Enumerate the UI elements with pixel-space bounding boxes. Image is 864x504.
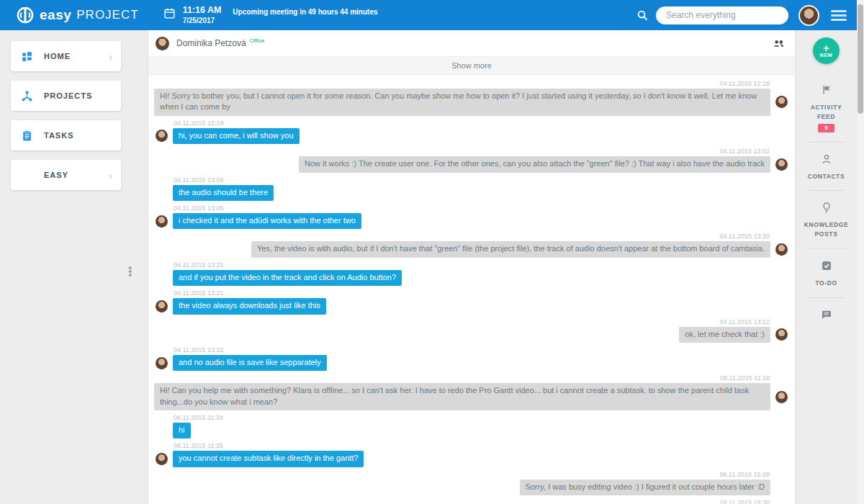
message-avatar — [156, 300, 168, 312]
chat-message: 04.11.2015 13:21 and if you put the vide… — [154, 261, 789, 286]
chevron-right-icon: › — [109, 170, 112, 181]
contact-name: Dominika Petzová — [176, 38, 246, 48]
search-input[interactable] — [656, 6, 788, 24]
left-sidebar: HOME › PROJECTS › TASKS › EASY › ●●● — [0, 30, 148, 504]
right-sidebar-item-contacts[interactable]: CONTACTS — [804, 153, 850, 181]
chat-message: 04.11.2015 13:22 and no audio file is sa… — [154, 346, 789, 371]
flag-icon — [821, 84, 832, 99]
divider — [808, 248, 845, 249]
search-area — [636, 6, 788, 24]
message-list[interactable]: 04.11.2015 12:18 Hi! Sorry to bother you… — [148, 75, 795, 504]
right-sidebar-item-chat[interactable] — [821, 309, 832, 323]
chat-message: 04.11.2015 12:18 Hi! Sorry to bother you… — [154, 80, 789, 116]
current-time: 11:16 AM — [183, 5, 222, 17]
sidebar-item-tasks[interactable]: TASKS › — [11, 120, 121, 150]
message-avatar — [156, 215, 168, 228]
sidebar-item-label: HOME — [44, 52, 71, 60]
logo-text-project: PROJECT — [76, 8, 138, 22]
chat-message: 06.11.2015 11:18 Hi! Can you help me wit… — [154, 374, 789, 410]
count-badge: 5 — [818, 124, 834, 132]
message-bubble: hi, you can come, i will show you — [173, 128, 300, 144]
lightbulb-icon — [821, 202, 832, 216]
message-timestamp: 04.11.2015 12:19 — [154, 120, 789, 127]
message-timestamp: 06.11.2015 11:18 — [154, 374, 789, 382]
chat-message: 04.11.2015 13:20 Yes, the video is with … — [154, 233, 789, 257]
message-timestamp: 04.11.2015 13:21 — [154, 261, 789, 269]
chat-message: 04.11.2015 13:04 the audio should be the… — [154, 176, 789, 201]
right-sidebar-item-to-do[interactable]: TO-DO — [804, 260, 850, 288]
message-timestamp: 04.11.2015 13:22 — [154, 346, 789, 354]
search-icon[interactable] — [636, 9, 649, 22]
logo-text-easy: easy — [40, 7, 71, 23]
scrollbar-thumb[interactable] — [858, 4, 863, 114]
message-timestamp: 06.11.2015 11:34 — [154, 414, 789, 421]
divider — [808, 142, 845, 143]
right-sidebar-item-label: KNOWLEDGE POSTS — [804, 220, 850, 239]
sidebar-item-easy[interactable]: EASY › — [11, 160, 121, 190]
message-timestamp: 04.11.2015 13:04 — [154, 176, 789, 184]
new-button[interactable]: + NEW — [813, 37, 840, 64]
sidebar-resize-handle[interactable]: ●●● — [128, 266, 132, 277]
status-badge: Office — [250, 37, 265, 44]
sidebar-item-projects[interactable]: PROJECTS › — [11, 81, 121, 111]
right-sidebar-item-label: ACTIVITY FEED — [804, 103, 850, 122]
message-avatar — [775, 328, 788, 341]
menu-icon[interactable] — [831, 8, 847, 23]
hierarchy-icon — [21, 90, 33, 102]
show-more-button[interactable]: Show more — [148, 57, 795, 75]
message-timestamp: 18.11.2015 15:38 — [154, 499, 789, 504]
message-timestamp: 04.11.2015 13:20 — [154, 233, 789, 240]
chat-message: 04.11.2015 13:02 Now it works :) The cre… — [154, 148, 789, 172]
chat-message: 04.11.2015 13:21 the video always downlo… — [154, 289, 789, 314]
message-bubble: Yes, the video is with audio, but if I d… — [251, 241, 770, 257]
chat-message: 06.11.2015 11:35 you cannot create subta… — [154, 442, 789, 467]
chat-header: Dominika Petzová Office — [148, 30, 795, 57]
user-avatar[interactable] — [798, 5, 819, 26]
message-timestamp: 04.11.2015 12:18 — [154, 80, 789, 87]
message-avatar — [775, 158, 788, 171]
contact-avatar[interactable] — [156, 37, 169, 50]
right-sidebar-item-knowledge-posts[interactable]: KNOWLEDGE POSTS — [804, 202, 850, 239]
right-sidebar-item-activity-feed[interactable]: ACTIVITY FEED 5 — [804, 84, 850, 132]
message-avatar — [156, 357, 168, 369]
message-avatar — [775, 243, 788, 256]
message-timestamp: 06.11.2015 15:28 — [154, 471, 789, 478]
chat-message: 04.11.2015 13:22 ok, let me check that :… — [154, 318, 789, 343]
right-sidebar: + NEW ACTIVITY FEED 5 CONTACTS KNOWLEDGE… — [796, 30, 857, 504]
message-timestamp: 04.11.2015 13:22 — [154, 318, 789, 325]
chat-message: 06.11.2015 11:34 hi — [154, 414, 789, 438]
app-logo[interactable]: easy PROJECT — [16, 6, 139, 24]
message-avatar — [156, 130, 168, 142]
divider — [808, 190, 845, 191]
chevron-right-icon: › — [109, 51, 112, 62]
message-bubble: Hi! Sorry to bother you, but I cannot op… — [154, 89, 770, 116]
message-bubble: i checked it and the adūdi works with th… — [173, 213, 361, 229]
message-bubble: Hi! Can you help me with something? Klar… — [154, 383, 770, 410]
icon-placeholder — [21, 169, 33, 181]
message-avatar — [775, 391, 788, 403]
sidebar-item-label: PROJECTS — [44, 91, 92, 100]
message-bubble: hi — [173, 423, 191, 438]
contact-icon — [821, 153, 832, 168]
plus-icon: + — [823, 44, 829, 53]
divider — [808, 297, 845, 298]
clock-widget: 11:16 AM 7/25/2017 Upcoming meeting in 4… — [163, 5, 378, 25]
right-sidebar-item-label: CONTACTS — [804, 172, 850, 181]
current-date: 7/25/2017 — [183, 17, 222, 26]
message-bubble: ok, let me check that :) — [679, 327, 770, 343]
right-sidebar-item-label: TO-DO — [804, 279, 850, 288]
message-timestamp: 04.11.2015 13:05 — [154, 204, 789, 212]
meeting-notice[interactable]: Upcoming meeting in 49 hours 44 minutes — [233, 5, 377, 16]
participants-icon[interactable] — [773, 37, 785, 50]
chat-panel: Dominika Petzová Office Show more 04.11.… — [148, 30, 796, 504]
window-scrollbar[interactable] — [857, 0, 864, 504]
chat-message: 06.11.2015 15:28 Sorry, I was busy editi… — [154, 471, 789, 495]
message-bubble: Now it works :) The create user one. For… — [299, 156, 770, 172]
message-bubble: the audio should be there — [173, 185, 274, 201]
message-avatar — [156, 453, 168, 465]
sidebar-item-label: EASY — [44, 171, 68, 179]
chat-message: 04.11.2015 13:05 i checked it and the ad… — [154, 204, 789, 229]
sidebar-item-home[interactable]: HOME › — [11, 41, 121, 71]
message-bubble: the video always downloads just like thi… — [173, 298, 326, 314]
chat-icon — [821, 309, 832, 323]
